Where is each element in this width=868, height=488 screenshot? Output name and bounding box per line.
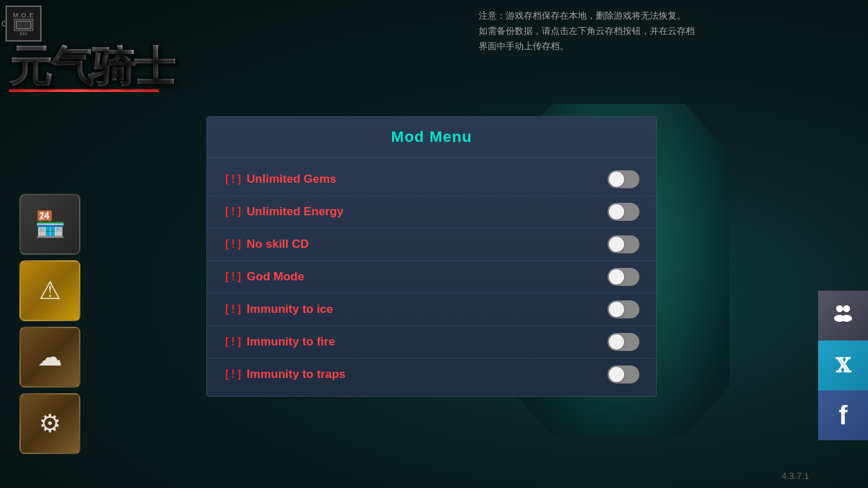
- mod-menu-title: Mod Menu: [391, 128, 472, 145]
- alert-icon: ⚠: [39, 276, 61, 305]
- mod-prefix-gems: [!]: [224, 173, 242, 186]
- toggle-fire[interactable]: [608, 333, 639, 351]
- toggle-traps[interactable]: [608, 365, 639, 383]
- moe-badge-top: M.O.E: [13, 12, 35, 19]
- cloud-icon: ☁: [37, 343, 62, 372]
- mod-item-left-god: [!] God Mode: [224, 270, 304, 284]
- mod-prefix-energy: [!]: [224, 206, 242, 218]
- mod-label-traps: Immunity to traps: [247, 368, 346, 381]
- mod-item-no-skill-cd[interactable]: [!] No skill CD: [207, 228, 656, 261]
- mod-item-unlimited-energy[interactable]: [!] Unlimited Energy: [207, 196, 656, 228]
- settings-icon: ⚙: [39, 409, 61, 438]
- toggle-knob-fire: [609, 334, 624, 350]
- notice-line2: 如需备份数据，请点击左下角云存档按钮，并在云存档: [479, 24, 695, 39]
- mod-item-left-traps: [!] Immunity to traps: [224, 368, 346, 381]
- mod-menu-items: [!] Unlimited Gems [!] Unlimited Energy …: [207, 158, 656, 396]
- mod-item-god-mode[interactable]: [!] God Mode: [207, 261, 656, 293]
- left-sidebar: 🏪 ⚠ ☁ ⚙: [19, 194, 80, 454]
- mod-prefix-ice: [!]: [224, 303, 242, 316]
- toggle-knob-skill: [609, 237, 624, 252]
- mod-item-immunity-fire[interactable]: [!] Immunity to fire: [207, 326, 656, 359]
- mod-item-left-fire: [!] Immunity to fire: [224, 335, 335, 349]
- toggle-knob-energy: [609, 204, 624, 219]
- moe-badge-icon: [14, 19, 33, 31]
- social-btn-twitter[interactable]: 𝕏: [818, 341, 868, 390]
- mod-label-ice: Immunity to ice: [247, 302, 333, 316]
- mod-menu-header: Mod Menu: [207, 117, 656, 158]
- social-btn-facebook[interactable]: f: [818, 390, 868, 440]
- notice-area: 注意：游戏存档保存在本地，删除游戏将无法恢复。 如需备份数据，请点击左下角云存档…: [479, 8, 695, 54]
- toggle-knob-ice: [609, 302, 624, 317]
- mod-prefix-traps: [!]: [224, 368, 242, 381]
- mod-prefix-god: [!]: [224, 271, 242, 283]
- svg-point-0: [836, 305, 843, 312]
- mod-menu-panel: Mod Menu [!] Unlimited Gems [!] Unlimite…: [206, 116, 657, 397]
- sidebar-btn-cloud[interactable]: ☁: [19, 327, 80, 388]
- mod-item-immunity-traps[interactable]: [!] Immunity to traps: [207, 359, 656, 390]
- mod-item-left-skill: [!] No skill CD: [224, 237, 309, 251]
- moe-badge: M.O.E bits: [6, 6, 42, 42]
- store-icon: 🏪: [35, 210, 66, 239]
- mod-item-immunity-ice[interactable]: [!] Immunity to ice: [207, 293, 656, 326]
- toggle-ice[interactable]: [608, 300, 639, 318]
- mod-prefix-skill: [!]: [224, 238, 242, 251]
- sidebar-btn-alert[interactable]: ⚠: [19, 260, 80, 321]
- toggle-knob-traps: [609, 367, 624, 382]
- mod-label-god: God Mode: [247, 270, 304, 284]
- logo-area: M.O.E bits 元气骑士: [6, 6, 175, 92]
- version-label: 4.3.7.1: [781, 471, 809, 481]
- mod-item-unlimited-gems[interactable]: [!] Unlimited Gems: [207, 163, 656, 196]
- mod-label-energy: Unlimited Energy: [247, 205, 344, 219]
- mod-item-left-ice: [!] Immunity to ice: [224, 302, 333, 316]
- twitter-icon: 𝕏: [835, 354, 851, 377]
- social-btn-group[interactable]: [818, 291, 868, 341]
- mod-label-gems: Unlimited Gems: [247, 172, 336, 186]
- right-sidebar: 𝕏 f: [818, 291, 868, 440]
- toggle-god[interactable]: [608, 268, 639, 286]
- toggle-gems[interactable]: [608, 170, 639, 188]
- toggle-energy[interactable]: [608, 203, 639, 221]
- mod-item-left-gems: [!] Unlimited Gems: [224, 172, 337, 186]
- svg-point-1: [843, 305, 850, 312]
- mod-label-fire: Immunity to fire: [247, 335, 335, 349]
- toggle-knob-god: [609, 269, 624, 284]
- sidebar-btn-store[interactable]: 🏪: [19, 194, 80, 255]
- game-title-text: 元气骑士: [9, 45, 175, 88]
- mod-prefix-fire: [!]: [224, 336, 242, 348]
- mod-label-skill: No skill CD: [247, 237, 309, 251]
- sidebar-btn-settings[interactable]: ⚙: [19, 393, 80, 454]
- mod-item-left-energy: [!] Unlimited Energy: [224, 205, 344, 219]
- moe-badge-bottom: bits: [20, 31, 28, 36]
- svg-point-3: [841, 315, 852, 322]
- toggle-knob-gems: [609, 172, 624, 187]
- group-icon: [831, 300, 856, 331]
- game-title: 元气骑士: [9, 45, 175, 92]
- toggle-skill[interactable]: [608, 235, 639, 253]
- facebook-icon: f: [839, 401, 848, 431]
- notice-line1: 注意：游戏存档保存在本地，删除游戏将无法恢复。: [479, 8, 695, 24]
- notice-line3: 界面中手动上传存档。: [479, 39, 695, 54]
